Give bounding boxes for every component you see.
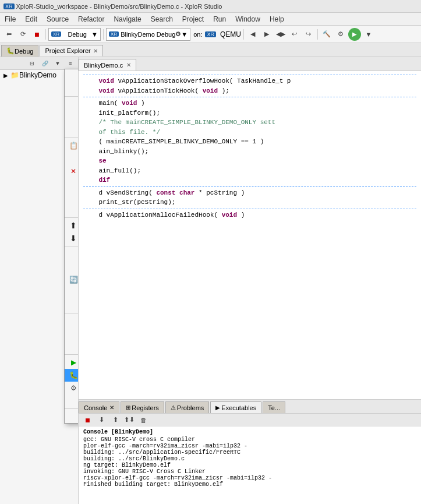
tab-debug[interactable]: 🐛 Debug: [1, 45, 38, 57]
menu-delete[interactable]: ✕ Delete Delete: [65, 165, 79, 178]
run-button[interactable]: ▶: [348, 28, 361, 41]
menu-run-cpp-analysis[interactable]: ⚙ Run C/C++ Code Analysis: [65, 382, 79, 394]
menu-run-as[interactable]: ▶ Run As ▶: [65, 356, 79, 369]
menu-edit[interactable]: Edit: [20, 14, 42, 24]
delete-icon: ✕: [68, 166, 79, 177]
executables-tab-icon: ▶: [215, 404, 220, 411]
stop-console-btn[interactable]: ⏹: [81, 414, 94, 427]
nav-btn-4[interactable]: ↩: [288, 28, 301, 41]
analysis-icon: ⚙: [68, 383, 79, 393]
collapse-all-btn[interactable]: ⊟: [26, 57, 38, 70]
bottom-tab-bar: Console ✕ ⊞ Registers ⚠ Problems ▶ Execu…: [79, 400, 421, 414]
editor-tab-close-icon[interactable]: ✕: [126, 62, 131, 68]
menu-rename[interactable]: Rename... F2: [65, 203, 79, 216]
nav-btn-5[interactable]: ↪: [302, 28, 315, 41]
nav-btn-1[interactable]: ◀: [246, 28, 259, 41]
code-line-1: void vApplicationStackOverflowHook( Task…: [83, 76, 416, 86]
menu-close-project[interactable]: Close Project: [65, 286, 79, 299]
nav-btn-2[interactable]: ▶: [260, 28, 273, 41]
menu-new[interactable]: New ▶: [65, 69, 79, 82]
menu-close-unrelated: Close Unrelated Project: [65, 299, 79, 312]
code-editor[interactable]: void vApplicationStackOverflowHook( Task…: [79, 71, 421, 399]
debug-as-icon: 🐛: [68, 370, 79, 380]
menu-show-in[interactable]: Show In Alt+Shift+W ▶: [65, 111, 79, 124]
problems-tab-icon: ⚠: [171, 404, 176, 411]
debug-toggle-btn[interactable]: ⚙: [334, 28, 347, 41]
menu-clean-project[interactable]: Clean Project: [65, 260, 79, 273]
target-dropdown[interactable]: XR BlinkyDemo Debug ⚙ ▼: [106, 28, 190, 41]
menu-show-local-terminal[interactable]: Show in Local Terminal ▶: [65, 124, 79, 136]
back-button[interactable]: ⬅: [2, 28, 15, 41]
bottom-panel: Console ✕ ⊞ Registers ⚠ Problems ▶ Execu…: [79, 399, 421, 504]
menu-import[interactable]: ⬆ Import...: [65, 219, 79, 232]
menu-refactor[interactable]: Refactor: [73, 14, 109, 24]
left-panel-toolbar: ⊟ 🔗 ▼ ≡: [0, 57, 78, 70]
menu-configure[interactable]: Configure ▶: [65, 394, 79, 407]
code-line-14: dif: [83, 175, 416, 185]
menu-search[interactable]: Search: [146, 14, 178, 24]
menu-build-configurations[interactable]: Build Configurations ▶: [65, 315, 79, 327]
title-bar-text: XploR-Studio_workspace - BlinkyDemo/src/…: [16, 3, 222, 10]
menu-project[interactable]: Project: [178, 14, 208, 24]
qemu-label: QEMU: [220, 30, 241, 38]
menu-copy[interactable]: 📋 Copy Ctrl+C: [65, 139, 79, 152]
title-bar: XR XploR-Studio_workspace - BlinkyDemo/s…: [0, 0, 421, 13]
more-btn[interactable]: ▼: [362, 28, 375, 41]
refresh-icon: 🔄: [68, 274, 79, 285]
scroll-lock-btn[interactable]: ⬆⬇: [123, 414, 136, 427]
qemu-badge: XR: [205, 31, 216, 37]
link-editor-btn[interactable]: 🔗: [38, 57, 51, 70]
project-explorer-tab-close-icon[interactable]: ✕: [93, 48, 98, 54]
stop-button[interactable]: ⏹: [30, 28, 43, 41]
code-line-13: ain_full();: [83, 166, 416, 176]
code-line-2: void vApplicationTickHook( void );: [83, 86, 416, 96]
scroll-down-btn[interactable]: ⬇: [95, 414, 108, 427]
tab-project-explorer[interactable]: Project Explorer ✕: [40, 45, 102, 57]
terminal-tab-label: Te...: [268, 404, 280, 411]
menu-go-into[interactable]: Go Into: [65, 82, 79, 95]
tab-registers[interactable]: ⊞ Registers: [121, 401, 164, 413]
menu-paste[interactable]: Paste Ctrl+V: [65, 152, 79, 165]
menu-window[interactable]: Window: [231, 14, 265, 24]
view-menu-btn[interactable]: ≡: [64, 57, 77, 70]
clear-console-btn[interactable]: 🗑: [137, 414, 150, 427]
code-line-12: se: [83, 156, 416, 166]
console-line-7: riscv-xplor-elf-gcc -march=rv32ima_zicsr…: [83, 475, 416, 481]
nav-btn-3[interactable]: ◀▶: [274, 28, 287, 41]
forward-button[interactable]: ⟳: [16, 28, 29, 41]
menu-open-new-window[interactable]: Open in New Window: [65, 98, 79, 111]
project-name: BlinkyDemo: [19, 71, 56, 79]
tab-console[interactable]: Console ✕: [79, 401, 119, 413]
menu-export[interactable]: ⬇ Export...: [65, 232, 79, 245]
debug-mode-dropdown[interactable]: XR Debug ▼: [48, 28, 101, 41]
menu-debug-as[interactable]: 🐛 Debug As ▶ 🔴 1 RISC-V application with…: [65, 369, 79, 382]
import-icon: ⬆: [68, 220, 79, 231]
console-tab-close-icon[interactable]: ✕: [109, 404, 114, 411]
console-line-6: invoking: GNU RISC-V Cross C Linker: [83, 468, 416, 475]
on-label: on:: [193, 31, 202, 38]
menu-file[interactable]: File: [0, 14, 20, 24]
code-line-17: d vSendString( const char * pcString ): [83, 188, 416, 198]
menu-refresh[interactable]: 🔄 Refresh F5: [65, 273, 79, 286]
scroll-up-btn[interactable]: ⬆: [109, 414, 122, 427]
menu-help[interactable]: Help: [265, 14, 289, 24]
editor-tab-blinky[interactable]: BlinkyDemo.c ✕: [79, 59, 136, 71]
menu-index[interactable]: Index ▶: [65, 340, 79, 353]
debug-tab-icon: 🐛: [6, 47, 15, 55]
tab-terminal[interactable]: Te...: [263, 401, 285, 413]
code-line-8: /* The mainCREATE_SIMPLE_BLINKY_DEMO_ONL…: [83, 118, 416, 128]
console-line-1: gcc: GNU RISC-V cross C compiler: [83, 436, 416, 443]
menu-run[interactable]: Run: [208, 14, 231, 24]
menu-move: Move...: [65, 191, 79, 203]
menu-properties[interactable]: Properties Alt+Enter: [65, 410, 79, 423]
filter-btn[interactable]: ▼: [51, 57, 64, 70]
menu-source[interactable]: Source ▶: [65, 178, 79, 191]
menu-navigate[interactable]: Navigate: [109, 14, 146, 24]
tab-executables[interactable]: ▶ Executables: [210, 401, 261, 413]
menu-build-targets[interactable]: Build Targets ▶: [65, 327, 79, 340]
tab-problems[interactable]: ⚠ Problems: [165, 401, 209, 413]
build-btn[interactable]: 🔨: [320, 28, 333, 41]
editor-tab-label: BlinkyDemo.c: [84, 62, 123, 69]
menu-build-project[interactable]: Build Project: [65, 248, 79, 260]
menu-source[interactable]: Source: [42, 14, 73, 24]
